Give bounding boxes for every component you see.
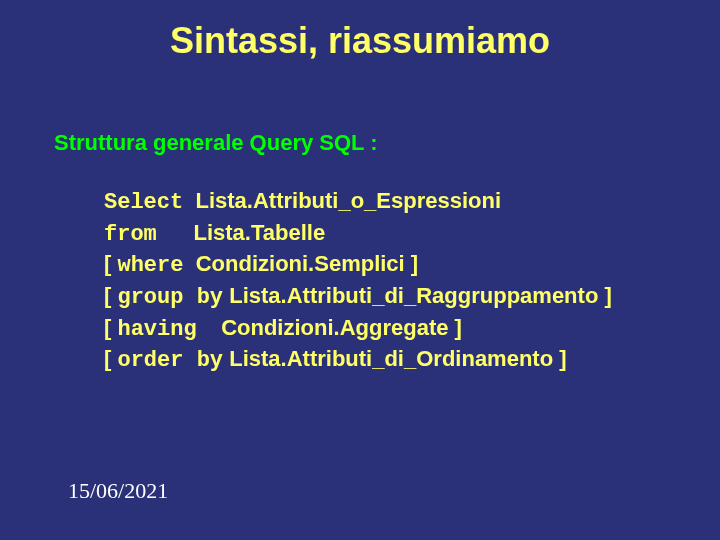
- line-groupby: [ group by Lista.Attributi_di_Raggruppam…: [104, 281, 680, 313]
- kw-from: from: [104, 222, 157, 247]
- arg-having: Condizioni.Aggregate: [221, 315, 448, 340]
- slide-title: Sintassi, riassumiamo: [0, 20, 720, 62]
- kw-where: where: [117, 253, 183, 278]
- kw-groupby: group by: [117, 285, 223, 310]
- arg-orderby: Lista.Attributi_di_Ordinamento: [229, 346, 553, 371]
- arg-select: Lista.Attributi_o_Espressioni: [195, 188, 501, 213]
- line-where: [ where Condizioni.Semplici ]: [104, 249, 680, 281]
- bracket-r: ]: [405, 251, 418, 276]
- bracket-r: ]: [553, 346, 566, 371]
- bracket-r: ]: [598, 283, 611, 308]
- slide-date: 15/06/2021: [68, 478, 168, 504]
- arg-where: Condizioni.Semplici: [196, 251, 405, 276]
- bracket-l: [: [104, 315, 117, 340]
- slide: Sintassi, riassumiamo Struttura generale…: [0, 0, 720, 540]
- bracket-l: [: [104, 346, 117, 371]
- bracket-r: ]: [448, 315, 461, 340]
- kw-having: having: [117, 317, 196, 342]
- slide-subtitle: Struttura generale Query SQL :: [54, 130, 378, 156]
- bracket-l: [: [104, 283, 117, 308]
- arg-groupby: Lista.Attributi_di_Raggruppamento: [229, 283, 598, 308]
- kw-orderby: order by: [117, 348, 223, 373]
- line-from: from Lista.Tabelle: [104, 218, 680, 250]
- sql-structure: Select Lista.Attributi_o_Espressioni fro…: [104, 186, 680, 376]
- arg-from: Lista.Tabelle: [194, 220, 326, 245]
- kw-select: Select: [104, 190, 183, 215]
- line-select: Select Lista.Attributi_o_Espressioni: [104, 186, 680, 218]
- line-having: [ having Condizioni.Aggregate ]: [104, 313, 680, 345]
- bracket-l: [: [104, 251, 117, 276]
- line-orderby: [ order by Lista.Attributi_di_Ordinament…: [104, 344, 680, 376]
